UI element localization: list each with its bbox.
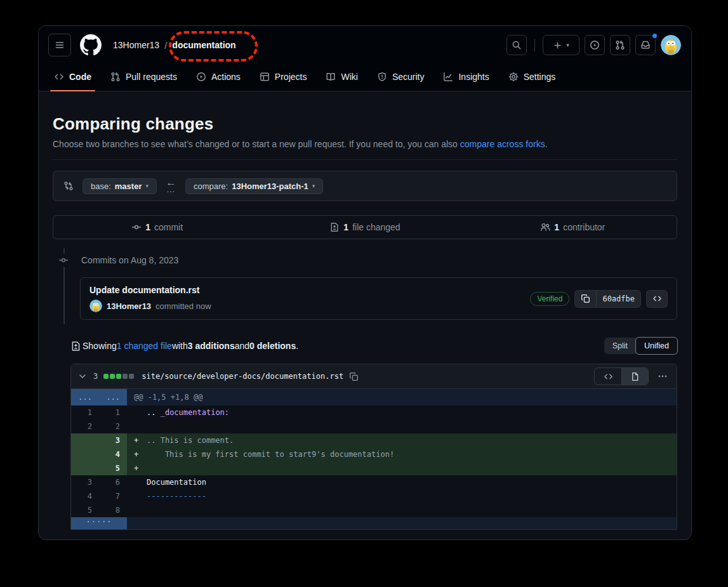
tab-wiki[interactable]: Wiki (319, 63, 364, 91)
hunk-gutter-new[interactable]: ... (99, 389, 127, 406)
source-view-button[interactable] (595, 368, 621, 385)
compare-label: compare: (194, 181, 228, 191)
git-pull-request-icon (615, 40, 625, 50)
tab-projects[interactable]: Projects (253, 63, 314, 91)
diff-sign: + (134, 461, 147, 475)
diff-row-added: 3 +.. This is comment. (71, 433, 677, 447)
commit-icon (131, 222, 142, 232)
hunk-gutter-old[interactable]: ... (71, 389, 99, 406)
line-number-new[interactable]: 1 (99, 406, 127, 419)
diff-sign (134, 503, 147, 517)
verified-badge[interactable]: Verified (530, 292, 569, 306)
tab-actions-label: Actions (211, 72, 241, 82)
page-title: Comparing changes (53, 114, 677, 134)
base-branch-button[interactable]: base: master ▾ (83, 178, 157, 194)
line-number-old[interactable] (71, 461, 99, 475)
create-new-button[interactable]: ▾ (543, 35, 579, 55)
line-number-new[interactable]: 7 (99, 489, 127, 503)
commit-author-avatar[interactable] (89, 300, 102, 312)
line-number-old[interactable]: 3 (71, 475, 99, 489)
diff-row: 5 8 (71, 503, 677, 517)
compare-branch-name: 13Homer13-patch-1 (232, 181, 308, 191)
play-circle-icon (196, 72, 206, 82)
line-number-new[interactable]: 6 (99, 475, 127, 489)
graph-icon (443, 72, 453, 82)
unified-view-button[interactable]: Unified (635, 337, 678, 355)
copy-sha-button[interactable] (575, 291, 596, 307)
kebab-menu-icon[interactable] (655, 369, 670, 384)
line-number-new[interactable]: 2 (99, 419, 127, 433)
diff-block-empty (122, 374, 128, 379)
issues-button[interactable] (585, 35, 605, 55)
pull-requests-button[interactable] (610, 35, 630, 55)
expander-content (127, 517, 677, 529)
commit-title-link[interactable]: Update documentation.rst (89, 285, 211, 295)
commit-sha-group: 60adfbe (574, 290, 641, 308)
stat-contributors[interactable]: 1 contributor (469, 222, 677, 232)
file-diff-icon (329, 222, 340, 232)
rich-view-button[interactable] (621, 368, 648, 385)
breadcrumb-repo[interactable]: documentation (172, 40, 235, 50)
commit-sha-link[interactable]: 60adfbe (596, 291, 640, 307)
commit-author[interactable]: 13Homer13 (107, 301, 151, 311)
tab-pull-requests-label: Pull requests (126, 72, 177, 82)
line-number-new[interactable]: 4 (99, 447, 127, 461)
line-number-old[interactable]: 2 (71, 419, 99, 433)
line-number-old[interactable] (71, 447, 99, 461)
tab-wiki-label: Wiki (341, 72, 357, 82)
tab-code[interactable]: Code (48, 63, 98, 91)
line-number-new[interactable]: 3 (99, 433, 127, 447)
tab-security[interactable]: Security (371, 63, 431, 91)
split-view-button[interactable]: Split (604, 338, 636, 354)
stat-commits[interactable]: 1 commit (53, 222, 261, 232)
code-text-highlight: _documentation: (161, 406, 229, 419)
code-text: .. This is comment. (147, 433, 234, 447)
tab-insights[interactable]: Insights (437, 63, 495, 91)
line-number-old[interactable]: 4 (71, 489, 99, 503)
diff-file-card: 3 site/source/developer-docs/documentati… (70, 364, 677, 530)
line-number-old[interactable]: 5 (71, 503, 99, 517)
compare-across-forks-link[interactable]: compare across forks (460, 139, 545, 149)
table-icon (260, 72, 270, 82)
summary-mid: with (172, 341, 188, 351)
git-compare-icon (63, 181, 74, 191)
diff-stats-bar: 1 commit 1 file changed 1 contributor (53, 215, 677, 239)
tab-actions[interactable]: Actions (190, 63, 247, 91)
code-text: This is my first commit to start9's docu… (147, 447, 394, 461)
hamburger-menu-button[interactable] (48, 34, 71, 56)
plus-icon (553, 41, 562, 50)
line-number-old[interactable] (71, 433, 99, 447)
breadcrumb-separator: / (164, 40, 167, 51)
summary-and: and (235, 341, 249, 351)
avatar[interactable] (661, 35, 681, 55)
compare-branch-button[interactable]: compare: 13Homer13-patch-1 ▾ (185, 178, 323, 194)
diff-sign (134, 406, 147, 419)
commit-sha: 60adfbe (602, 294, 635, 303)
browse-files-button[interactable] (646, 290, 668, 308)
issue-opened-icon (590, 40, 600, 50)
code-icon (54, 72, 64, 82)
search-button[interactable] (506, 35, 527, 55)
tab-pull-requests[interactable]: Pull requests (104, 63, 183, 91)
diff-view-toggle: Split Unified (604, 338, 677, 354)
diff-row: 1 1 .. _documentation: (71, 406, 677, 419)
line-number-new[interactable]: 5 (99, 461, 127, 475)
intro-end: . (545, 139, 548, 149)
chevron-down-icon: ▾ (145, 183, 149, 189)
tab-settings[interactable]: Settings (502, 63, 562, 91)
code-text: Documentation (147, 475, 206, 489)
changed-file-link[interactable]: 1 changed file (117, 341, 172, 351)
chevron-down-icon[interactable] (77, 371, 88, 381)
github-logo[interactable] (80, 34, 102, 56)
stat-files-changed[interactable]: 1 file changed (261, 222, 468, 232)
diff-filename[interactable]: site/source/developer-docs/documentation… (142, 372, 343, 381)
line-number-new[interactable]: 8 (99, 503, 127, 517)
repo-nav-tabs: Code Pull requests Actions Projects (39, 63, 691, 91)
chevron-down-icon: ▾ (566, 43, 569, 48)
expand-down-button[interactable]: ····· (71, 517, 127, 529)
line-number-old[interactable]: 1 (71, 406, 99, 419)
copy-icon[interactable] (349, 372, 359, 381)
diff-expander-row: ····· (71, 517, 677, 529)
diff-hunk-row: ... ... @@ -1,5 +1,8 @@ (71, 389, 677, 406)
breadcrumb-owner[interactable]: 13Homer13 (113, 40, 159, 50)
